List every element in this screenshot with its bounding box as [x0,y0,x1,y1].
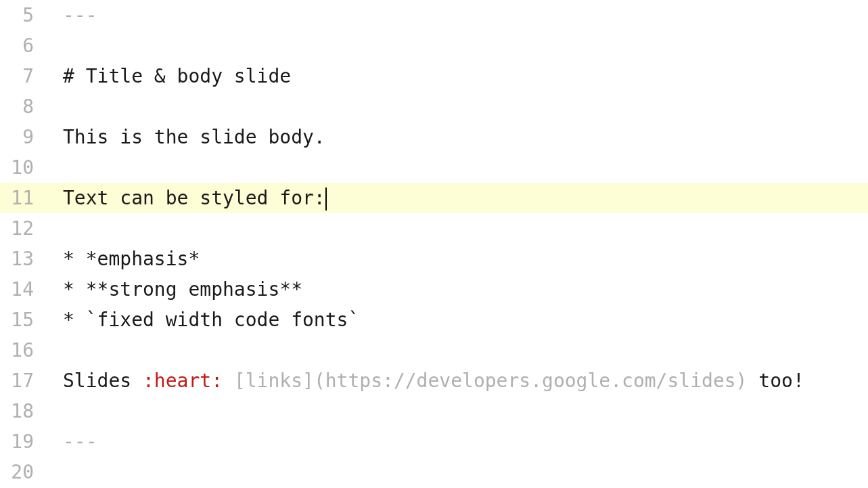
editor-line[interactable]: 18 [0,396,868,426]
line-content[interactable]: --- [47,0,868,30]
editor-line[interactable]: 12 [0,213,868,244]
line-number: 9 [0,122,47,152]
line-number: 11 [0,183,47,213]
line-number: 13 [0,244,47,274]
editor-line[interactable]: 13* *emphasis* [0,244,868,274]
line-content[interactable]: Text can be styled for: [47,183,868,213]
line-number: 20 [0,457,47,487]
line-content[interactable]: * *emphasis* [47,244,868,274]
line-number: 18 [0,396,47,426]
text-cursor [325,187,327,210]
code-editor[interactable]: 5---67# Title & body slide89This is the … [0,0,868,487]
line-number: 6 [0,30,47,61]
code-segment: too! [747,370,804,392]
line-number: 5 [0,0,47,30]
line-number: 12 [0,213,47,244]
editor-line[interactable]: 15* `fixed width code fonts` [0,305,868,335]
code-segment: [links](https://developers.google.com/sl… [234,370,748,392]
code-segment: Text can be styled for: [63,187,325,209]
line-number: 8 [0,91,47,122]
editor-line[interactable]: 19--- [0,426,868,457]
editor-line[interactable]: 16 [0,335,868,365]
line-number: 19 [0,426,47,457]
line-number: 15 [0,305,47,335]
code-segment: --- [63,4,97,26]
line-number: 7 [0,61,47,91]
editor-line[interactable]: 10 [0,152,868,183]
editor-line[interactable]: 5--- [0,0,868,30]
editor-line[interactable]: 20 [0,457,868,487]
line-content[interactable]: Slides :heart: [links](https://developer… [47,365,868,396]
line-content[interactable]: This is the slide body. [47,122,868,152]
editor-line[interactable]: 14* **strong emphasis** [0,274,868,305]
code-segment: * *emphasis* [63,248,200,270]
editor-line[interactable]: 7# Title & body slide [0,61,868,91]
code-segment [223,370,234,392]
editor-line[interactable]: 11Text can be styled for: [0,183,868,213]
code-segment: Slides [63,370,143,392]
line-content[interactable]: # Title & body slide [47,61,868,91]
line-number: 16 [0,335,47,365]
code-segment: * `fixed width code fonts` [63,309,359,331]
line-number: 17 [0,365,47,396]
code-segment: --- [63,430,97,453]
line-number: 14 [0,274,47,305]
editor-line[interactable]: 17Slides :heart: [links](https://develop… [0,365,868,396]
editor-line[interactable]: 9This is the slide body. [0,122,868,152]
code-segment: * **strong emphasis** [63,278,302,301]
line-content[interactable]: --- [47,426,868,457]
line-content[interactable]: * **strong emphasis** [47,274,868,305]
code-segment: # Title & body slide [63,65,291,87]
code-segment: :heart: [143,370,223,392]
line-number: 10 [0,152,47,183]
line-content[interactable]: * `fixed width code fonts` [47,305,868,335]
editor-line[interactable]: 6 [0,30,868,61]
editor-line[interactable]: 8 [0,91,868,122]
code-segment: This is the slide body. [63,126,325,148]
